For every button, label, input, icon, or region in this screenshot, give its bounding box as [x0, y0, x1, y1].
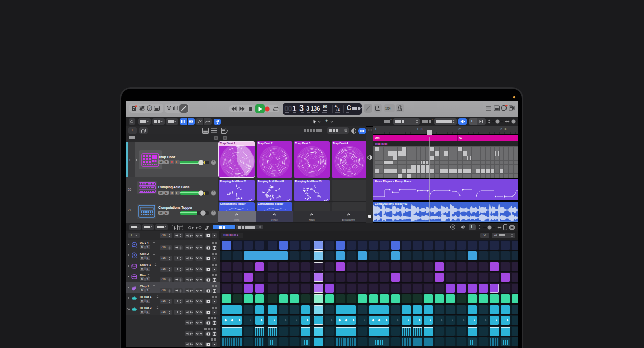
svg-text:?: ? — [149, 106, 151, 110]
